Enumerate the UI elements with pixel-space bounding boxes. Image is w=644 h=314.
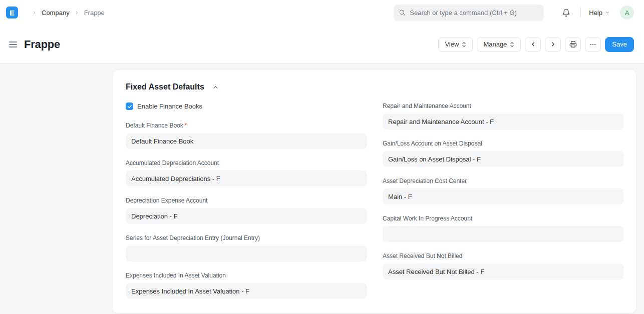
repair-maintenance-account-input[interactable]: [383, 114, 624, 130]
field-label: Default Finance Book*: [126, 122, 367, 129]
field-label: Repair and Maintenance Account: [383, 102, 624, 110]
field-label: Accumulated Depreciation Account: [126, 160, 367, 166]
field-label: Depreciation Expense Account: [126, 197, 367, 204]
required-marker: *: [185, 122, 187, 129]
page-head: Frappe View Manage Save: [0, 25, 644, 64]
search-icon: [399, 9, 406, 16]
chevron-up-icon: [212, 84, 219, 90]
checkbox-label: Enable Finance Books: [137, 102, 202, 110]
view-button[interactable]: View: [438, 37, 473, 52]
field-default-finance-book: Default Finance Book*: [126, 122, 367, 149]
print-button[interactable]: [565, 37, 581, 52]
app-logo[interactable]: E: [6, 6, 18, 18]
right-column: Repair and Maintenance Account Gain/Loss…: [383, 102, 624, 299]
ellipsis-icon: [589, 41, 596, 48]
series-asset-depreciation-entry-input[interactable]: [126, 246, 367, 262]
notifications-button[interactable]: [560, 6, 572, 19]
form-body: Fixed Asset Defaults Enable Finance Book…: [0, 64, 644, 314]
field-label: Asset Received But Not Billed: [383, 252, 624, 260]
chevron-right-icon: [75, 10, 79, 15]
page-title: Frappe: [24, 38, 60, 51]
expenses-included-asset-valuation-input[interactable]: [126, 283, 367, 299]
help-label: Help: [589, 9, 602, 16]
printer-icon: [569, 40, 577, 48]
select-arrows-icon: [462, 42, 466, 48]
field-gain-loss-asset-disposal: Gain/Loss Account on Asset Disposal: [383, 140, 624, 167]
user-avatar[interactable]: A: [620, 6, 634, 20]
hamburger-icon: [9, 42, 17, 42]
capital-work-in-progress-account-input[interactable]: [383, 226, 624, 242]
chevron-down-icon: [605, 10, 610, 15]
field-repair-maintenance-account: Repair and Maintenance Account: [383, 102, 624, 130]
field-label: Gain/Loss Account on Asset Disposal: [383, 140, 624, 147]
breadcrumb-item-company[interactable]: Company: [42, 9, 70, 16]
save-button[interactable]: Save: [605, 37, 634, 52]
field-series-asset-depreciation-entry: Series for Asset Depreciation Entry (Jou…: [126, 234, 367, 262]
section-collapse-button[interactable]: [211, 83, 220, 92]
check-icon: [127, 104, 132, 109]
section-title: Fixed Asset Defaults: [126, 82, 204, 92]
field-asset-received-not-billed: Asset Received But Not Billed: [383, 252, 624, 280]
global-search[interactable]: [394, 4, 544, 21]
default-finance-book-input[interactable]: [126, 133, 367, 149]
next-document-button[interactable]: [545, 37, 561, 52]
navbar-divider: [580, 8, 581, 18]
field-capital-work-in-progress-account: Capital Work In Progress Account: [383, 215, 624, 242]
form-section-card: Fixed Asset Defaults Enable Finance Book…: [113, 70, 636, 313]
field-depreciation-expense-account: Depreciation Expense Account: [126, 197, 367, 224]
asset-depreciation-cost-center-input[interactable]: [383, 188, 624, 204]
field-label: Capital Work In Progress Account: [383, 215, 624, 222]
chevron-right-icon: [32, 10, 37, 15]
search-input[interactable]: [410, 9, 539, 16]
sidebar-toggle-button[interactable]: [6, 38, 20, 50]
chevron-right-icon: [550, 41, 556, 48]
select-arrows-icon: [510, 42, 514, 48]
accumulated-depreciation-account-input[interactable]: [126, 170, 367, 186]
field-label: Asset Depreciation Cost Center: [383, 178, 624, 184]
left-column: Enable Finance Books Default Finance Boo…: [126, 102, 367, 299]
more-options-button[interactable]: [585, 37, 601, 52]
asset-received-not-billed-input[interactable]: [383, 264, 624, 280]
bell-icon: [562, 8, 570, 17]
app-logo-letter: E: [10, 8, 15, 17]
field-label: Series for Asset Depreciation Entry (Jou…: [126, 234, 367, 242]
help-menu[interactable]: Help: [589, 9, 610, 16]
manage-button[interactable]: Manage: [477, 37, 521, 52]
chevron-left-icon: [530, 41, 536, 48]
prev-document-button[interactable]: [525, 37, 541, 52]
field-label: Expenses Included In Asset Valuation: [126, 272, 367, 279]
breadcrumb-item-frappe[interactable]: Frappe: [84, 9, 105, 16]
breadcrumb: Company Frappe: [27, 9, 105, 16]
field-expenses-included-asset-valuation: Expenses Included In Asset Valuation: [126, 272, 367, 299]
enable-finance-books-checkbox[interactable]: Enable Finance Books: [126, 102, 367, 110]
checkbox-box: [126, 102, 133, 110]
avatar-initial: A: [625, 9, 629, 16]
top-navbar: E Company Frappe Help A: [0, 0, 644, 25]
field-accumulated-depreciation-account: Accumulated Depreciation Account: [126, 160, 367, 186]
field-asset-depreciation-cost-center: Asset Depreciation Cost Center: [383, 178, 624, 204]
depreciation-expense-account-input[interactable]: [126, 208, 367, 224]
gain-loss-asset-disposal-input[interactable]: [383, 151, 624, 167]
